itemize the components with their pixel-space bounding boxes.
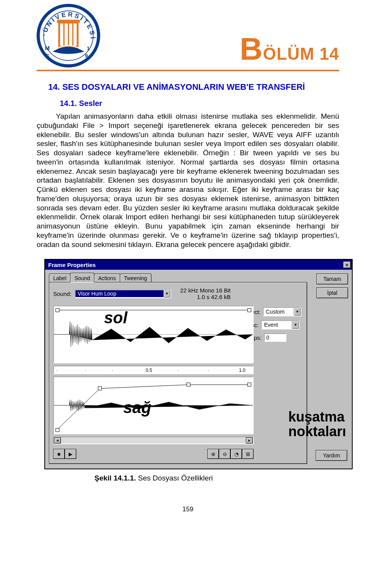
page-header: · Ü N İ V E R S İ T E S İ · M 1 E 9 BÖLÜ… <box>37 0 339 70</box>
sound-combo[interactable]: Visor Hum Loop ▼ <box>75 289 171 298</box>
wave-label-right: sağ <box>123 398 151 417</box>
dialog-tabs: Label Sound Actions Tweening <box>49 274 307 282</box>
university-logo: · Ü N İ V E R S İ T E S İ · M 1 E 9 <box>37 4 100 67</box>
chevron-down-icon[interactable]: ▼ <box>294 308 301 316</box>
waveform-left[interactable]: sol <box>53 306 254 363</box>
page-number: 159 <box>37 506 339 513</box>
figure-caption: Şekil 14.1.1. Ses Dosyası Özellikleri <box>94 474 339 482</box>
envelope-handle[interactable] <box>56 428 59 432</box>
time-ruler: · · · 0.5 · · 1.0 <box>53 366 254 374</box>
sound-combo-value: Visor Hum Loop <box>76 290 163 297</box>
svg-text:1: 1 <box>87 45 89 51</box>
svg-rect-10 <box>69 24 72 46</box>
zoom-out-icon[interactable]: ⊖ <box>219 449 230 459</box>
heading-2: 14.1. Sesler <box>60 99 339 108</box>
tab-label[interactable]: Label <box>49 274 71 282</box>
body-paragraph: Yapılan animasyonların daha etkili olmas… <box>37 112 339 249</box>
frame-properties-dialog: Frame Properties × Label Sound Actions T… <box>44 259 353 469</box>
tab-tweening[interactable]: Tweening <box>120 274 151 282</box>
sound-info-line2: 1.0 s 42.6 kB <box>180 294 231 300</box>
chevron-down-icon[interactable]: ▼ <box>292 321 299 329</box>
sync-value: Event <box>262 321 292 328</box>
svg-rect-12 <box>57 20 80 23</box>
scroll-right-icon[interactable]: ► <box>246 437 253 444</box>
overlay-label: kuşatma noktaları <box>288 410 346 439</box>
chapter-prefix: B <box>240 31 263 66</box>
envelope-handle[interactable] <box>98 386 102 390</box>
ok-button[interactable]: Tamam <box>316 274 348 284</box>
header-rule <box>37 70 339 71</box>
effect-value: Custom <box>264 308 294 315</box>
scroll-track[interactable] <box>61 437 246 444</box>
envelope-handle[interactable] <box>56 308 59 312</box>
wave-toolbar: ■ ▶ ⊕ ⊖ ◔ ⊞ <box>53 449 254 459</box>
sound-panel: Sound: Visor Hum Loop ▼ 22 kHz Mono 16 B… <box>49 282 307 464</box>
tab-actions[interactable]: Actions <box>94 274 120 282</box>
chapter-rest: ÖLÜM 14 <box>263 44 339 63</box>
caption-rest: Ses Dosyası Özellikleri <box>136 474 213 482</box>
dialog-figure: Frame Properties × Label Sound Actions T… <box>44 259 353 469</box>
svg-text:9: 9 <box>85 53 87 59</box>
chapter-title: BÖLÜM 14 <box>240 38 339 67</box>
time-frames-icon[interactable]: ⊞ <box>242 449 254 459</box>
envelope-handle[interactable] <box>187 383 190 386</box>
stop-button[interactable]: ■ <box>53 449 65 459</box>
loops-input[interactable]: 0 <box>264 333 286 342</box>
close-icon[interactable]: × <box>343 261 351 268</box>
envelope-handle[interactable] <box>247 383 251 386</box>
svg-rect-11 <box>74 24 77 46</box>
tab-sound[interactable]: Sound <box>70 273 94 282</box>
svg-rect-8 <box>60 24 63 46</box>
chevron-down-icon[interactable]: ▼ <box>163 290 170 297</box>
play-button[interactable]: ▶ <box>65 449 76 459</box>
time-seconds-icon[interactable]: ◔ <box>230 449 242 459</box>
waveform-right[interactable]: sağ <box>53 376 254 434</box>
ruler-end: 1.0 <box>239 368 246 373</box>
zoom-in-icon[interactable]: ⊕ <box>207 449 219 459</box>
dialog-title: Frame Properties <box>48 262 96 268</box>
effect-combo[interactable]: Custom ▼ <box>263 307 301 316</box>
sound-info-line1: 22 kHz Mono 16 Bit <box>180 287 231 294</box>
svg-text:E: E <box>46 53 50 59</box>
sound-label: Sound: <box>53 291 72 297</box>
cancel-button[interactable]: İptal <box>316 287 348 298</box>
wave-label-left: sol <box>104 309 128 327</box>
heading-1: 14. SES DOSYALARI VE ANİMASYONLARIN WEB'… <box>48 82 339 92</box>
ruler-mid: 0.5 <box>146 368 152 373</box>
scroll-left-icon[interactable]: ◄ <box>54 437 61 444</box>
help-button[interactable]: Yardım <box>316 450 347 461</box>
sync-combo[interactable]: Event ▼ <box>261 320 299 329</box>
caption-bold: Şekil 14.1.1. <box>94 474 136 482</box>
horizontal-scrollbar[interactable]: ◄ ► <box>53 437 254 444</box>
envelope-handle[interactable] <box>247 308 251 312</box>
svg-text:M: M <box>45 45 49 51</box>
svg-rect-9 <box>65 24 68 46</box>
dialog-titlebar: Frame Properties × <box>45 260 352 270</box>
